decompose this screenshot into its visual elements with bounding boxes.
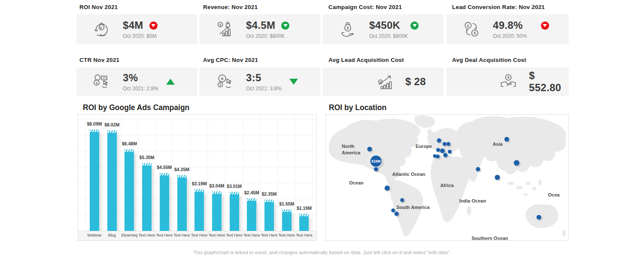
bar-text-here[interactable] — [194, 192, 204, 231]
map-dot[interactable] — [436, 154, 440, 158]
bar-value-label: $4.35M — [169, 167, 195, 172]
bar-value-label: $5.35M — [134, 155, 160, 160]
map-dot[interactable] — [448, 150, 452, 154]
bar-text-here[interactable] — [142, 166, 152, 231]
bar-chart-title: ROI by Google Ads Campaign — [83, 103, 189, 112]
australia-shape — [526, 204, 558, 228]
island-shape — [516, 186, 523, 189]
map-dot[interactable] — [443, 142, 447, 146]
kpi-previous: Oct 2020: 50% — [493, 33, 549, 39]
map-dot[interactable] — [437, 138, 441, 143]
currency-exchange-icon: €$ — [462, 20, 481, 39]
new-zealand-shape — [562, 230, 566, 236]
hand-money-bag-icon: $ — [338, 20, 357, 39]
map-region-label: South America — [396, 204, 429, 211]
bar-category-label: Text Here — [155, 233, 174, 237]
map-chart[interactable]: $16M North AmericaEuropeAsiaAtlantic Oce… — [325, 114, 569, 241]
kpi-card-cpc: $$ 3:5 Oct 2021: 3.8% — [200, 68, 320, 96]
map-dot[interactable] — [537, 215, 541, 220]
map-dot[interactable] — [447, 142, 450, 146]
money-cycle-icon: $ — [92, 20, 111, 39]
map-region-label: Africa — [440, 182, 453, 189]
map-dot[interactable] — [374, 167, 378, 172]
map-dot[interactable] — [391, 209, 395, 212]
bar-category-label: Webinar — [85, 233, 104, 237]
map-dot[interactable] — [514, 160, 519, 166]
bar-category-label: Text Here — [225, 233, 244, 237]
kpi-previous: Oct 2021: 2.9% — [123, 86, 158, 92]
bar-text-here[interactable] — [177, 178, 187, 231]
bar-value-label: $8.02M — [99, 122, 125, 127]
bar-text-here[interactable] — [160, 175, 169, 231]
kpi-title-lead-acquisition: Avg Lead Acquisition Cost — [328, 57, 404, 63]
kpi-title-lead-conversion: Lead Conversion Rate: Nov 2021 — [452, 4, 545, 10]
kpi-content: $450K Oct 2020: $800K — [369, 19, 419, 39]
svg-text:$: $ — [221, 76, 224, 81]
bar-chart-plot-area: $8.09M$8.02M$6.48M$5.35M$4.55M$4.35M$3.1… — [78, 115, 316, 231]
kpi-title-cpc: Avg CPC: Nov 2021 — [203, 57, 258, 63]
map-dot[interactable] — [440, 148, 445, 153]
uk-shape — [428, 129, 432, 135]
down-indicator-icon — [541, 22, 549, 30]
bar-category-label: Text Here — [172, 233, 192, 237]
coins-click-icon: $ — [92, 72, 111, 91]
map-dot[interactable] — [367, 147, 372, 151]
kpi-previous: Oct 2020: $5M — [123, 33, 158, 39]
bar-text-here[interactable] — [264, 202, 274, 231]
bar-text-here[interactable] — [282, 212, 292, 231]
kpi-card-campaign-cost: $ $450K Oct 2020: $800K — [323, 14, 444, 44]
map-dot[interactable] — [476, 167, 480, 172]
map-region-label: Asia — [492, 141, 502, 147]
map-dot[interactable] — [400, 198, 404, 202]
kpi-content: $4M Oct 2020: $5M — [123, 19, 158, 39]
down-indicator-icon — [281, 22, 289, 30]
growth-chart-arrow-icon: % — [375, 72, 394, 91]
map-dot[interactable] — [504, 137, 509, 141]
map-region-label: Europe — [416, 143, 432, 150]
bar-text-here[interactable] — [230, 194, 239, 231]
map-dot[interactable] — [495, 175, 500, 180]
down-indicator-icon — [149, 22, 158, 30]
revenue-growth-icon: $ — [215, 20, 234, 39]
bar-chart[interactable]: $8.09M$8.02M$6.48M$5.35M$4.55M$4.35M$3.1… — [78, 114, 317, 241]
svg-text:$: $ — [219, 23, 221, 27]
map-dot[interactable] — [436, 148, 440, 152]
greenland-shape — [414, 115, 435, 128]
bar-value-label: $1.19M — [291, 206, 317, 211]
map-dot[interactable] — [395, 212, 399, 216]
kpi-content: $ 552.80 — [529, 70, 569, 94]
map-dot[interactable] — [444, 153, 448, 157]
bar-value-label: $6.48M — [116, 141, 142, 146]
kpi-value: 49.8% — [493, 19, 523, 31]
bar-webinar[interactable] — [90, 132, 99, 231]
bar-text-here[interactable] — [247, 201, 256, 231]
kpi-content: 3:5 Oct 2021: 3.8% — [246, 72, 282, 92]
kpi-title-campaign-cost: Campaign Cost: Nov 2021 — [328, 4, 402, 10]
map-dot[interactable] — [385, 185, 390, 190]
svg-text:€: € — [467, 24, 469, 28]
kpi-content: 49.8% Oct 2020: 50% — [493, 19, 549, 39]
bar-value-label: $3.01M — [222, 184, 247, 189]
bar-text-here[interactable] — [212, 194, 222, 231]
kpi-content: $ 28 — [405, 76, 426, 88]
bar-text-here[interactable] — [299, 216, 309, 231]
kpi-value: 3:5 — [246, 72, 261, 84]
handshake-dollar-icon: $ — [499, 72, 518, 91]
kpi-card-deal-acquisition: $ $ 552.80 — [447, 68, 569, 96]
map-region-label: Ocea — [548, 192, 560, 198]
kpi-title-revenue: Revenue: Nov 2021 — [203, 4, 258, 10]
bar-category-label: Text Here — [294, 233, 314, 237]
island-shape — [508, 181, 514, 185]
kpi-previous: Oct 2020: $800K — [246, 33, 289, 39]
kpi-value: 3% — [123, 72, 138, 84]
bar-elearning[interactable] — [125, 152, 134, 231]
marketing-dashboard: ROI Nov 2021 $ $4M Oct 2020: $5M Revenue… — [0, 0, 644, 258]
bar-category-label: Text Here — [137, 233, 157, 237]
map-region-label: Atlantic Ocean — [392, 171, 425, 178]
bar-blog[interactable] — [107, 133, 117, 231]
island-shape — [526, 181, 530, 185]
bar-value-label: $2.35M — [256, 191, 282, 197]
down-indicator-icon — [410, 22, 419, 30]
coin-click-icon: $$ — [215, 72, 234, 91]
island-shape — [523, 193, 528, 196]
